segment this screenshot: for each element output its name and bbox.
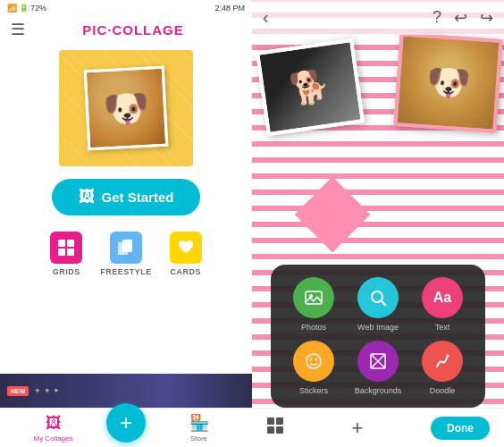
svg-rect-16 — [267, 417, 274, 425]
svg-point-11 — [310, 358, 312, 360]
photos-label: Photos — [301, 323, 326, 332]
photos-circle — [293, 277, 334, 318]
cards-icon — [170, 232, 202, 264]
web-image-circle — [357, 277, 399, 318]
grids-label: GRIDS — [53, 267, 80, 276]
stickers-circle — [293, 341, 334, 382]
store-icon: 🏪 — [189, 413, 209, 433]
svg-rect-19 — [276, 426, 283, 434]
status-left: 📶 🔋 72% — [7, 4, 46, 13]
undo-icon[interactable]: ↩ — [454, 8, 467, 28]
back-button[interactable]: ‹ — [263, 7, 269, 28]
svg-rect-1 — [67, 240, 74, 247]
popup-doodle[interactable]: Doodle — [414, 341, 472, 395]
app-logo: PIC·COLLAGE — [25, 22, 241, 38]
status-bar: 📶 🔋 72% 2:48 PM — [0, 0, 252, 16]
get-started-label: Get Started — [102, 190, 174, 205]
grids-icon — [50, 232, 82, 264]
black-dog-image: 🐕 — [259, 42, 360, 131]
redo-icon[interactable]: ↪ — [480, 8, 493, 28]
right-topbar: ‹ ? ↩ ↪ — [252, 0, 504, 35]
add-photo-icon[interactable]: + — [352, 417, 364, 440]
svg-point-10 — [307, 354, 321, 368]
nav-store[interactable]: 🏪 Store — [146, 413, 252, 443]
mode-cards[interactable]: CARDS — [170, 232, 202, 276]
popup-row-2: Stickers Backgrounds — [281, 341, 475, 395]
fab-add-button[interactable]: + — [106, 403, 146, 443]
popup-photos[interactable]: Photos — [285, 277, 343, 332]
popup-stickers[interactable]: Stickers — [285, 341, 343, 395]
right-panel: ‹ ? ↩ ↪ 🐕 🐶 Photos — [252, 0, 504, 447]
svg-rect-2 — [58, 249, 65, 256]
left-panel: 📶 🔋 72% 2:48 PM ☰ PIC·COLLAGE 🖼 Get Star… — [0, 0, 252, 447]
popup-text[interactable]: Aa Text — [414, 277, 472, 332]
text-circle: Aa — [422, 277, 463, 318]
right-bottombar: + Done — [252, 408, 504, 447]
dog-photo — [87, 69, 165, 148]
status-right: 2:48 PM — [214, 4, 245, 13]
help-icon[interactable]: ? — [433, 8, 441, 28]
signal-icon: 📶 — [7, 4, 17, 13]
top-bar: ☰ PIC·COLLAGE — [0, 16, 252, 43]
popup-row-1: Photos Web Image Aa Text — [281, 277, 475, 332]
stickers-label: Stickers — [299, 386, 328, 395]
freestyle-label: FREESTYLE — [100, 267, 152, 276]
battery-percent: 72% — [30, 4, 46, 13]
backgrounds-circle — [357, 341, 399, 382]
svg-rect-18 — [267, 426, 274, 434]
my-collages-icon: 🖼 — [46, 414, 62, 433]
mode-grids[interactable]: GRIDS — [50, 232, 82, 276]
cards-label: CARDS — [170, 267, 201, 276]
strip-text: ✦ ✦ ✦ — [34, 386, 60, 395]
backgrounds-label: Backgrounds — [355, 386, 402, 395]
doodle-label: Doodle — [430, 386, 456, 395]
collage-preview — [59, 50, 193, 166]
get-started-button[interactable]: 🖼 Get Started — [52, 179, 201, 215]
photo-yellow-dog[interactable]: 🐶 — [393, 32, 502, 133]
popup-backgrounds[interactable]: Backgrounds — [349, 341, 407, 395]
bottom-nav: 🖼 My Collages + 🏪 Store — [0, 408, 252, 447]
store-label: Store — [190, 434, 207, 443]
new-badge: NEW — [7, 386, 29, 396]
svg-line-9 — [382, 301, 386, 306]
grid-layout-icon[interactable] — [266, 417, 284, 439]
fab-plus-icon: + — [120, 410, 132, 435]
done-button[interactable]: Done — [431, 417, 490, 440]
hamburger-icon[interactable]: ☰ — [11, 20, 25, 39]
svg-rect-17 — [276, 417, 283, 425]
doodle-circle — [422, 341, 463, 382]
get-started-icon: 🖼 — [79, 188, 95, 207]
right-actions: ? ↩ ↪ — [433, 8, 493, 28]
battery-icon: 🔋 — [19, 4, 29, 13]
web-image-label: Web Image — [357, 323, 399, 332]
svg-rect-0 — [58, 240, 65, 247]
svg-rect-5 — [122, 240, 132, 252]
svg-rect-3 — [67, 249, 74, 256]
popup-web-image[interactable]: Web Image — [349, 277, 407, 332]
mode-freestyle[interactable]: FREESTYLE — [100, 232, 152, 276]
time: 2:48 PM — [214, 4, 245, 13]
yellow-dog-image: 🐶 — [398, 36, 500, 129]
my-collages-label: My Collages — [33, 434, 72, 443]
photo-frame — [84, 66, 169, 151]
text-label: Text — [435, 323, 450, 332]
freestyle-icon — [110, 232, 142, 264]
nav-my-collages[interactable]: 🖼 My Collages — [0, 414, 106, 443]
mode-buttons: GRIDS FREESTYLE CARDS — [50, 232, 202, 276]
svg-point-8 — [372, 291, 382, 302]
popup-menu: Photos Web Image Aa Text — [271, 265, 485, 408]
photo-black-dog[interactable]: 🐕 — [256, 38, 365, 136]
svg-point-12 — [315, 358, 317, 360]
